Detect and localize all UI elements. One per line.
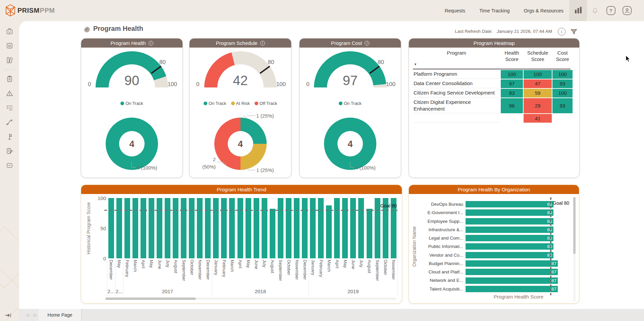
column-header-program[interactable]: Program: [413, 49, 500, 63]
trend-bar[interactable]: [262, 198, 267, 258]
notebook-icon[interactable]: [0, 144, 19, 158]
org-bar[interactable]: 83: [466, 227, 553, 233]
trend-bar[interactable]: [254, 198, 259, 258]
page-prev-icon[interactable]: ◁: [26, 309, 29, 321]
org-bar[interactable]: 83: [466, 235, 553, 241]
trend-bar[interactable]: [116, 198, 122, 258]
trend-bar[interactable]: [342, 198, 348, 258]
account-icon[interactable]: [622, 6, 632, 15]
heatmap-program-cell[interactable]: [413, 114, 500, 123]
heatmap-score-cell[interactable]: [501, 114, 523, 123]
heatmap-score-cell[interactable]: 59: [524, 89, 552, 98]
checklist-icon[interactable]: [0, 101, 19, 115]
heatmap-score-cell[interactable]: 100: [552, 89, 573, 98]
legend-item[interactable]: At Risk: [231, 101, 250, 106]
info-icon[interactable]: i: [365, 41, 369, 46]
heatmap-score-cell[interactable]: 96: [501, 98, 523, 114]
program-schedule-gauge[interactable]: 01008042: [190, 52, 291, 105]
program-health-gauge[interactable]: 01008090: [81, 52, 182, 105]
legend-item[interactable]: On Track: [339, 101, 362, 106]
trend-bar[interactable]: [213, 198, 219, 258]
heatmap-score-cell[interactable]: 100: [552, 70, 573, 79]
vertical-scrollbar-thumb[interactable]: [573, 197, 576, 254]
filter-icon[interactable]: [570, 28, 578, 36]
heatmap-program-cell[interactable]: Data Center Consolidation: [413, 79, 500, 88]
bell-icon[interactable]: [590, 6, 600, 15]
tab-home-page[interactable]: Home Page: [39, 309, 81, 321]
heatmap-score-cell[interactable]: 41: [524, 114, 552, 123]
horizontal-scrollbar-thumb[interactable]: [105, 298, 196, 300]
trend-bar[interactable]: [108, 198, 114, 258]
trend-bar[interactable]: [367, 209, 372, 258]
heatmap-score-cell[interactable]: 97: [501, 79, 523, 88]
trend-bar[interactable]: [310, 198, 316, 258]
trend-bar[interactable]: [149, 198, 154, 258]
info-icon[interactable]: i: [260, 41, 265, 46]
nav-orgs-resources[interactable]: Orgs & Resources: [524, 8, 564, 13]
heatmap-score-cell[interactable]: 47: [524, 79, 552, 88]
heatmap-score-cell[interactable]: 29: [524, 98, 552, 114]
trend-bar[interactable]: [132, 198, 138, 258]
warning-icon[interactable]: [0, 86, 19, 101]
page-next-icon[interactable]: ▷: [34, 309, 37, 321]
trend-bar[interactable]: [173, 198, 178, 258]
trend-bar[interactable]: [375, 198, 380, 258]
trend-bar[interactable]: [189, 198, 195, 258]
org-bar[interactable]: 83: [466, 218, 553, 224]
legend-item[interactable]: On Track: [204, 101, 226, 106]
column-header-health[interactable]: Health Score: [501, 49, 523, 63]
program-schedule-donut[interactable]: 4 1 (25%) 1 (25%) 2 (50%): [190, 112, 291, 176]
clipboard-icon[interactable]: [0, 72, 19, 86]
sort-desc-arrow[interactable]: ▼: [413, 63, 571, 68]
org-bar[interactable]: 87: [466, 286, 558, 292]
trend-bar[interactable]: [286, 198, 291, 258]
heatmap-score-cell[interactable]: 93: [552, 79, 573, 88]
trend-bar[interactable]: [326, 205, 332, 258]
library-icon[interactable]: [0, 53, 19, 67]
trend-bar[interactable]: [221, 198, 227, 258]
program-cost-donut[interactable]: 4 4 (100%): [300, 112, 401, 176]
trend-bar[interactable]: [350, 198, 356, 258]
badge-icon[interactable]: [0, 158, 19, 173]
org-bar[interactable]: 87: [466, 269, 558, 275]
program-cost-gauge[interactable]: 01008097: [300, 52, 401, 105]
heatmap-score-cell[interactable]: 83: [501, 89, 523, 98]
trend-bar[interactable]: [181, 198, 186, 258]
trend-bar[interactable]: [358, 198, 364, 258]
info-icon[interactable]: i: [149, 41, 153, 46]
heatmap-score-cell[interactable]: 93: [552, 98, 573, 114]
trend-bar[interactable]: [237, 198, 243, 258]
trend-bar[interactable]: [270, 209, 275, 258]
trend-bar[interactable]: [157, 198, 162, 258]
org-bar[interactable]: 83: [466, 252, 553, 258]
trend-bar[interactable]: [318, 198, 324, 258]
trend-bar[interactable]: [141, 198, 146, 258]
analytics-tab-active[interactable]: [569, 0, 587, 23]
collapse-pin-icon[interactable]: [5, 312, 12, 318]
trend-bar[interactable]: [197, 198, 203, 258]
column-header-schedule[interactable]: Schedule Score: [524, 49, 552, 63]
org-bar[interactable]: 87: [466, 260, 558, 267]
heatmap-score-cell[interactable]: 100: [524, 70, 552, 79]
trend-bar[interactable]: [165, 198, 170, 258]
trend-bar[interactable]: [302, 198, 308, 258]
heatmap-program-cell[interactable]: Citizen Digital Experience Enhancement: [413, 98, 500, 114]
heatmap-program-cell[interactable]: Platform Programm: [413, 70, 500, 79]
nav-time-tracking[interactable]: Time Tracking: [479, 8, 510, 13]
signpost-icon[interactable]: [0, 129, 19, 144]
heatmap-score-cell[interactable]: 100: [501, 70, 523, 79]
legend-item[interactable]: Off Track: [255, 101, 277, 106]
org-bar[interactable]: 83: [466, 201, 553, 207]
trend-bar[interactable]: [124, 198, 130, 258]
trend-bar[interactable]: [205, 198, 211, 258]
column-header-cost[interactable]: Cost Score: [552, 49, 573, 63]
trend-bar[interactable]: [246, 198, 251, 258]
legend-item[interactable]: On Track: [120, 101, 143, 106]
brand-logo[interactable]: PRISM PPM: [5, 4, 55, 16]
briefcase-icon[interactable]: [0, 24, 19, 39]
route-x-icon[interactable]: [0, 115, 19, 129]
inbox-card-icon[interactable]: [0, 39, 19, 53]
info-icon[interactable]: i: [558, 28, 566, 36]
org-bar[interactable]: 87: [466, 277, 558, 284]
org-bar[interactable]: 83: [466, 243, 553, 250]
